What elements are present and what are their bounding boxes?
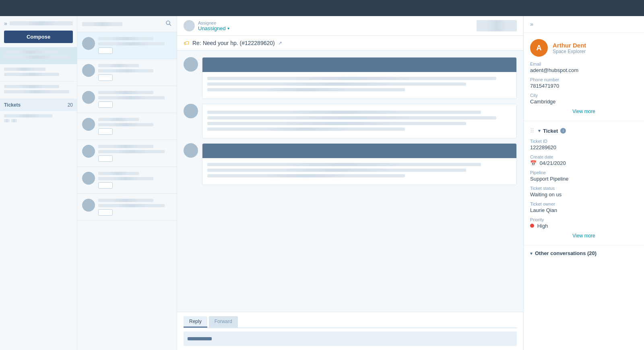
conv-tag [98,182,113,189]
assignee-dropdown[interactable]: Unassigned ▾ [198,25,229,31]
conv-line [98,69,153,72]
chevron-down-icon[interactable]: ▾ [538,128,541,134]
assignee-value-text: Unassigned [198,25,226,31]
priority-value: High [530,223,638,229]
search-button[interactable] [165,20,172,28]
sidebar-expand-button[interactable]: » [4,20,7,27]
top-bar [0,0,644,16]
email-avatar [184,104,198,118]
sidebar-dot [11,119,17,122]
nav-item-line [4,73,59,76]
chevron-down-icon: ▾ [530,251,533,256]
email-body [202,158,516,185]
sidebar-dot [4,119,10,122]
email-avatar [184,57,198,72]
conv-avatar [82,172,95,185]
email-line [207,111,481,114]
contact-name[interactable]: Arthur Dent [553,42,586,49]
ticket-status-label: Ticket status [530,186,638,191]
email-line [207,77,496,80]
conv-tag [98,74,113,81]
ticket-owner-field: Ticket owner Laurie Qian [530,202,638,213]
forward-tab[interactable]: Forward [209,316,238,327]
email-line [207,128,405,131]
email-line [207,82,466,86]
conv-content [98,37,172,54]
pipeline-field: Pipeline Support Pipeline [530,170,638,182]
action-button[interactable] [477,20,517,31]
assignee-area: Assignee Unassigned ▾ [184,20,229,31]
email-avatar [184,143,198,158]
right-sidebar: » A Arthur Dent Space Explorer Email ade… [523,16,644,350]
reply-tab[interactable]: Reply [184,316,207,327]
ticket-view-more[interactable]: View more [530,233,638,239]
sidebar-nav-item[interactable] [0,47,77,64]
main-content: Assignee Unassigned ▾ 🏷 Re: Need your hp… [177,16,523,350]
email-header-bar [202,58,516,72]
phone-field: Phone number 7815471970 [530,77,638,89]
conv-line [98,204,165,207]
conv-item[interactable] [77,59,177,86]
conv-item-active[interactable] [77,32,177,59]
create-date-value: 📅 04/21/2020 [530,160,638,166]
reply-tabs: Reply Forward [184,316,517,328]
conv-line [98,199,153,202]
assignee-label: Assignee [198,21,229,25]
contact-title: Space Explorer [553,49,586,54]
nav-item-line [4,85,59,88]
compose-button[interactable]: Compose [4,31,73,43]
email-label: Email [530,62,638,66]
email-line [207,88,405,91]
email-line [207,163,481,166]
conv-line [98,145,153,148]
ticket-id-label: Ticket ID [530,139,638,144]
tickets-count: 20 [68,102,73,108]
ticket-id-field: Ticket ID 122289620 [530,139,638,150]
email-item [184,57,517,99]
sidebar-nav-item[interactable] [0,64,77,82]
drag-handle-icon: ⠿ [530,128,534,134]
priority-text: High [537,223,548,229]
phone-value: 7815471970 [530,83,638,89]
ticket-status-value: Waiting on us [530,191,638,198]
conv-item[interactable] [77,194,177,221]
conv-line [98,177,153,180]
email-bubble [202,57,517,99]
tickets-row: Tickets 20 [0,99,77,111]
conv-item[interactable] [77,86,177,113]
pipeline-label: Pipeline [530,170,638,175]
conv-tag [98,101,113,108]
contact-header: A Arthur Dent Space Explorer [530,39,638,57]
email-field: Email adent@hubspot.com [530,62,638,73]
nav-item-line [4,90,69,93]
reply-input-bar[interactable] [184,331,517,346]
conv-item[interactable] [77,140,177,167]
other-conv-header[interactable]: ▾ Other conversations (20) [530,250,638,256]
conv-content [98,199,172,216]
nav-item-line [4,68,45,71]
expand-icon[interactable]: » [530,21,533,27]
conv-content [98,91,172,108]
conv-avatar [82,91,95,104]
subject-text: Re: Need your hp. (#122289620) [192,40,275,46]
contact-avatar: A [530,39,548,57]
external-link-icon[interactable]: ↗ [278,40,282,46]
email-item [184,104,517,138]
priority-field: Priority High [530,217,638,229]
phone-label: Phone number [530,77,638,82]
conv-item[interactable] [77,167,177,194]
info-icon: i [560,128,566,134]
pipeline-value: Support Pipeline [530,176,638,182]
email-line [207,122,466,125]
ticket-id-value: 122289620 [530,144,638,150]
thread-footer: Reply Forward [177,312,523,350]
contact-view-more[interactable]: View more [530,109,638,114]
conv-item[interactable] [77,113,177,140]
contact-details: Email adent@hubspot.com Phone number 781… [530,62,638,105]
ticket-owner-value: Laurie Qian [530,207,638,213]
other-conversations-section: ▾ Other conversations (20) [524,245,644,261]
svg-line-1 [169,24,171,26]
conv-avatar [82,64,95,77]
sidebar-nav-item[interactable] [0,82,77,99]
conv-tag [98,155,113,162]
